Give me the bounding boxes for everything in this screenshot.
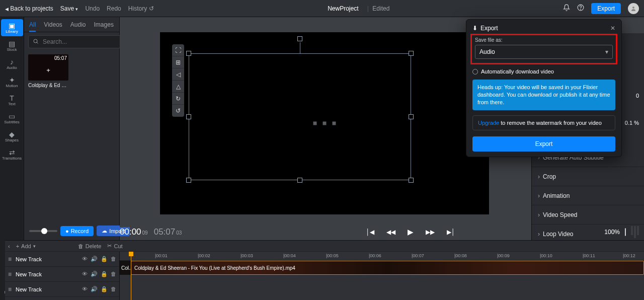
center-icon[interactable]: ⊞ (172, 56, 184, 68)
text-icon: T (10, 95, 14, 102)
drag-icon[interactable]: ≡ (8, 271, 12, 278)
fullscreen-icon[interactable] (625, 229, 626, 236)
redo-button[interactable]: Redo (107, 5, 121, 12)
timeline-clip[interactable]: Coldplay & Ed Sheeran - Fix You (Live at… (131, 261, 644, 275)
search-input[interactable] (42, 38, 119, 46)
handle-se[interactable] (409, 178, 414, 183)
close-icon[interactable]: ✕ (610, 25, 615, 32)
back-to-projects[interactable]: ◀ Back to projects (5, 5, 53, 12)
stage-tool-column: ⛶ ⊞ ◁ △ ↻ ↺ (172, 44, 184, 117)
lock-icon[interactable]: 🔒 (101, 256, 108, 262)
fit-icon[interactable]: ⛶ (172, 44, 184, 56)
plus-icon[interactable]: + (46, 66, 50, 74)
skip-start-icon[interactable]: │◀ (366, 229, 374, 236)
tab-all[interactable]: All (29, 21, 36, 28)
radio-unchecked-icon (472, 69, 478, 74)
history-button[interactable]: History ↺ (128, 5, 154, 12)
handle-rotate[interactable] (297, 36, 302, 41)
clip-thumb[interactable]: Col... (120, 261, 131, 275)
save-as-select[interactable]: Audio ▾ (475, 45, 613, 59)
skip-end-icon[interactable]: ▶│ (447, 229, 455, 236)
svg-point-2 (632, 7, 634, 9)
drag-icon[interactable]: ≡ (8, 286, 12, 293)
drag-icon[interactable]: ≡ (8, 256, 12, 263)
flip-v-icon[interactable]: △ (172, 81, 184, 93)
record-icon: ● (65, 228, 69, 234)
video-stage[interactable]: ⛶ ⊞ ◁ △ ↻ ↺ (160, 32, 489, 214)
eye-icon[interactable]: 👁 (82, 286, 88, 292)
cut-button[interactable]: ✂ Cut (107, 243, 122, 249)
rail-subtitles[interactable]: ▭Subtitles (1, 110, 23, 127)
export-popup-title: Export (480, 25, 498, 32)
handle-w[interactable] (186, 114, 191, 119)
export-button[interactable]: Export (591, 3, 621, 14)
rotate-cw-icon[interactable]: ↻ (172, 93, 184, 105)
thumb-size-slider[interactable] (29, 230, 57, 232)
tab-videos[interactable]: Videos (44, 21, 62, 28)
track-header: ≡ New Track 👁🔊🔒🗑 (5, 252, 119, 267)
help-icon[interactable] (577, 4, 584, 13)
add-button[interactable]: + Add ▾ (16, 243, 36, 249)
lock-icon[interactable]: 🔒 (101, 286, 108, 292)
record-button[interactable]: ●Record (60, 226, 94, 236)
playhead[interactable] (131, 252, 131, 300)
acc-crop[interactable]: ›Crop (532, 167, 644, 186)
auto-download-checkbox[interactable]: Automatically download video (472, 68, 615, 74)
zoom-level[interactable]: 100% (604, 229, 620, 236)
play-icon[interactable]: ▶ (408, 228, 414, 237)
trash-icon[interactable]: 🗑 (111, 271, 116, 277)
rail-audio[interactable]: ♪Audio (1, 55, 23, 72)
playback-controls: │◀ ◀◀ ▶ ▶▶ ▶│ (366, 228, 455, 237)
rotate-ccw-icon[interactable]: ↺ (172, 105, 184, 117)
trash-icon[interactable]: 🗑 (111, 256, 116, 262)
rail-shapes[interactable]: ◆Shapes (1, 128, 23, 145)
motion-icon: ✦ (9, 77, 15, 84)
chevron-down-icon: ▾ (75, 7, 78, 12)
handle-nw[interactable] (186, 51, 191, 56)
timeline-back[interactable]: ‹ (8, 243, 10, 249)
handle-e[interactable] (409, 114, 414, 119)
undo-button[interactable]: Undo (85, 5, 100, 12)
library-panel: All Videos Audio Images Date ▾ 05:07 + C… (24, 17, 120, 240)
acc-video-speed[interactable]: ›Video Speed (532, 205, 644, 224)
rail-library[interactable]: ▣Library (1, 19, 23, 36)
transport-bar: 00:0009 05:0703 │◀ ◀◀ ▶ ▶▶ ▶│ 100% (120, 224, 639, 240)
time-ruler[interactable]: |00:01 |00:02 |00:03 |00:04 |00:05 |00:0… (120, 252, 644, 261)
search-input-wrap[interactable] (28, 35, 124, 48)
track-header: ≡ New Track 👁🔊🔒🗑 (5, 282, 119, 297)
save-button[interactable]: Save ▾ (60, 5, 78, 12)
volume-icon[interactable]: 🔊 (91, 286, 98, 292)
upgrade-link[interactable]: Upgrade (478, 120, 499, 126)
trash-icon[interactable]: 🗑 (111, 286, 116, 292)
volume-icon[interactable]: 🔊 (91, 256, 98, 262)
eye-icon[interactable]: 👁 (82, 256, 88, 262)
loading-indicator (313, 122, 336, 125)
bell-icon[interactable] (563, 4, 570, 13)
handle-ne[interactable] (409, 51, 414, 56)
tab-audio[interactable]: Audio (70, 21, 86, 28)
avatar[interactable] (628, 3, 639, 14)
rail-motion[interactable]: ✦Motion (1, 73, 23, 91)
top-bar: ◀ Back to projects Save ▾ Undo Redo Hist… (0, 0, 644, 17)
rail-text[interactable]: TText (1, 92, 23, 109)
rewind-icon[interactable]: ◀◀ (386, 229, 395, 236)
handle-s[interactable] (297, 178, 302, 183)
acc-animation[interactable]: ›Animation (532, 186, 644, 205)
tab-images[interactable]: Images (94, 21, 114, 28)
save-as-label: Save file as: (475, 37, 613, 43)
flip-h-icon[interactable]: ◁ (172, 68, 184, 81)
tracks-area[interactable]: |00:01 |00:02 |00:03 |00:04 |00:05 |00:0… (120, 252, 644, 300)
asset-item[interactable]: 05:07 + Coldplay & Ed She... (28, 54, 68, 88)
selection-rect[interactable] (189, 53, 411, 180)
eye-icon[interactable]: 👁 (82, 271, 88, 277)
rail-stock[interactable]: ▤Stock (1, 37, 23, 54)
volume-icon[interactable]: 🔊 (91, 271, 98, 277)
forward-icon[interactable]: ▶▶ (426, 229, 435, 236)
export-confirm-button[interactable]: Export (472, 136, 615, 152)
delete-button[interactable]: 🗑 Delete (78, 243, 102, 249)
time-current: 00:0009 (120, 227, 148, 237)
rail-transitions[interactable]: ⇄Transitions (1, 146, 23, 163)
handle-sw[interactable] (186, 178, 191, 183)
lock-icon[interactable]: 🔒 (101, 271, 108, 277)
waveform-toggle-icon[interactable] (631, 226, 639, 238)
